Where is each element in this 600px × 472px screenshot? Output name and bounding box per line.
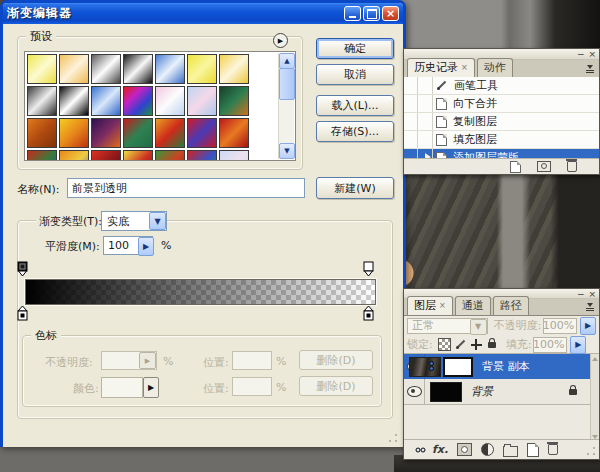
- layer-thumbnail[interactable]: [409, 357, 441, 377]
- preset-swatch[interactable]: [219, 150, 249, 161]
- fill-field[interactable]: 100%: [533, 337, 567, 353]
- history-item[interactable]: 画笔工具: [404, 77, 599, 95]
- dialog-titlebar[interactable]: 渐变编辑器 ×: [3, 3, 403, 24]
- link-layers-icon[interactable]: [414, 446, 426, 453]
- delete-opacity-stop-button[interactable]: 删除(D): [299, 350, 373, 370]
- preset-swatch[interactable]: [91, 118, 121, 148]
- preset-swatch[interactable]: [123, 54, 153, 84]
- history-item[interactable]: 复制图层: [404, 113, 599, 131]
- presets-menu-button[interactable]: ▶: [273, 33, 288, 48]
- stop-color-swatch[interactable]: [101, 377, 143, 398]
- preset-swatch[interactable]: [187, 54, 217, 84]
- tab-close-icon[interactable]: ×: [439, 301, 446, 310]
- gradient-type-arrow-icon[interactable]: ▼: [149, 212, 166, 230]
- preset-swatch[interactable]: [219, 118, 249, 148]
- add-layer-mask-icon[interactable]: [457, 443, 472, 456]
- new-document-from-state-icon[interactable]: [510, 161, 521, 173]
- preset-swatch[interactable]: [27, 150, 57, 161]
- save-button[interactable]: 存储(S)...: [316, 121, 394, 142]
- scroll-up-icon[interactable]: [592, 357, 598, 361]
- color-stop-left[interactable]: [17, 305, 28, 321]
- new-group-icon[interactable]: [503, 446, 518, 457]
- opacity-field[interactable]: 100%: [543, 318, 577, 334]
- preset-swatch[interactable]: [123, 150, 153, 161]
- history-item[interactable]: 填充图层: [404, 131, 599, 149]
- panel-minimize-icon[interactable]: −: [577, 51, 585, 57]
- new-button[interactable]: 新建(W): [316, 177, 394, 199]
- preset-swatch[interactable]: [27, 118, 57, 148]
- preset-swatch[interactable]: [91, 54, 121, 84]
- panel-resize-grip[interactable]: [585, 445, 597, 457]
- lock-pixels-icon[interactable]: [455, 339, 467, 351]
- preset-swatch[interactable]: [27, 86, 57, 116]
- layer-style-icon[interactable]: fx.: [432, 444, 448, 455]
- tab-close-icon[interactable]: ×: [461, 63, 468, 72]
- ok-button[interactable]: 确定: [316, 38, 394, 59]
- opacity-stop-right[interactable]: [363, 261, 374, 277]
- preset-swatch[interactable]: [59, 118, 89, 148]
- close-button[interactable]: ×: [382, 6, 399, 21]
- preset-swatch[interactable]: [219, 86, 249, 116]
- presets-scrollbar[interactable]: ▲ ▼: [278, 53, 294, 159]
- layers-scrollbar[interactable]: [590, 354, 599, 442]
- opacity-spinner-icon[interactable]: ▶: [580, 317, 596, 335]
- preset-swatch[interactable]: [91, 86, 121, 116]
- preset-swatch[interactable]: [187, 118, 217, 148]
- adjustment-layer-icon[interactable]: [481, 443, 494, 456]
- delete-layer-icon[interactable]: [548, 444, 558, 455]
- stop-opacity-combo[interactable]: ▶: [101, 351, 157, 370]
- blend-mode-dropdown[interactable]: 正常 ▼: [407, 318, 488, 334]
- opacity-stop-left[interactable]: [17, 261, 28, 277]
- minimize-button[interactable]: [344, 6, 361, 21]
- history-source-cell[interactable]: [404, 95, 418, 112]
- preset-swatch[interactable]: [123, 86, 153, 116]
- preset-swatch[interactable]: [155, 150, 185, 161]
- layer-row-background[interactable]: 背景: [404, 379, 591, 405]
- scroll-up-button[interactable]: ▲: [279, 53, 295, 69]
- layer-mask-thumbnail[interactable]: [443, 357, 473, 377]
- tab-channels[interactable]: 通道: [455, 296, 491, 315]
- stop-position-top-input[interactable]: [232, 351, 272, 370]
- preset-swatch[interactable]: [155, 118, 185, 148]
- lock-position-icon[interactable]: [471, 339, 482, 350]
- panel-close-icon[interactable]: ×: [588, 291, 596, 297]
- history-item[interactable]: 向下合并: [404, 95, 599, 113]
- stop-color-menu-button[interactable]: ▶: [143, 377, 159, 398]
- preset-swatch[interactable]: [155, 86, 185, 116]
- preset-swatch[interactable]: [187, 86, 217, 116]
- gradient-type-dropdown[interactable]: 实底 ▼: [101, 211, 167, 231]
- load-button[interactable]: 载入(L)...: [316, 95, 394, 116]
- smoothness-spinner-icon[interactable]: ▶: [138, 237, 154, 256]
- tab-actions[interactable]: 动作: [477, 58, 513, 77]
- panel-close-icon[interactable]: ×: [588, 51, 596, 57]
- lock-all-icon[interactable]: [488, 342, 496, 348]
- lock-transparency-icon[interactable]: [438, 338, 451, 351]
- gradient-name-input[interactable]: [67, 178, 305, 198]
- color-stop-right[interactable]: [363, 305, 374, 321]
- history-source-cell[interactable]: [404, 77, 418, 94]
- preset-swatch[interactable]: [59, 54, 89, 84]
- tab-paths[interactable]: 路径: [493, 296, 529, 315]
- cancel-button[interactable]: 取消: [316, 64, 394, 85]
- delete-state-icon[interactable]: [567, 161, 577, 172]
- tab-history[interactable]: 历史记录 ×: [407, 58, 475, 77]
- layer-row-background-copy[interactable]: 背景 副本: [404, 354, 591, 380]
- panel-minimize-icon[interactable]: −: [577, 291, 585, 297]
- delete-color-stop-button[interactable]: 删除(D): [299, 376, 373, 396]
- history-source-cell[interactable]: [404, 131, 418, 148]
- mask-link-icon[interactable]: [428, 361, 435, 373]
- preset-swatch[interactable]: [91, 150, 121, 161]
- preset-swatch[interactable]: [219, 54, 249, 84]
- dialog-resize-grip[interactable]: [387, 432, 399, 444]
- preset-swatch[interactable]: [155, 54, 185, 84]
- scroll-thumb[interactable]: [279, 68, 295, 100]
- preset-swatch[interactable]: [187, 150, 217, 161]
- preset-swatch[interactable]: [123, 118, 153, 148]
- preset-swatch[interactable]: [59, 86, 89, 116]
- layer-name[interactable]: 背景 副本: [482, 359, 530, 374]
- layers-panel-menu-icon[interactable]: [583, 301, 597, 312]
- scroll-down-button[interactable]: ▼: [279, 143, 295, 159]
- layer-thumbnail[interactable]: [430, 382, 462, 402]
- maximize-button[interactable]: [363, 6, 380, 21]
- new-snapshot-icon[interactable]: [537, 161, 551, 172]
